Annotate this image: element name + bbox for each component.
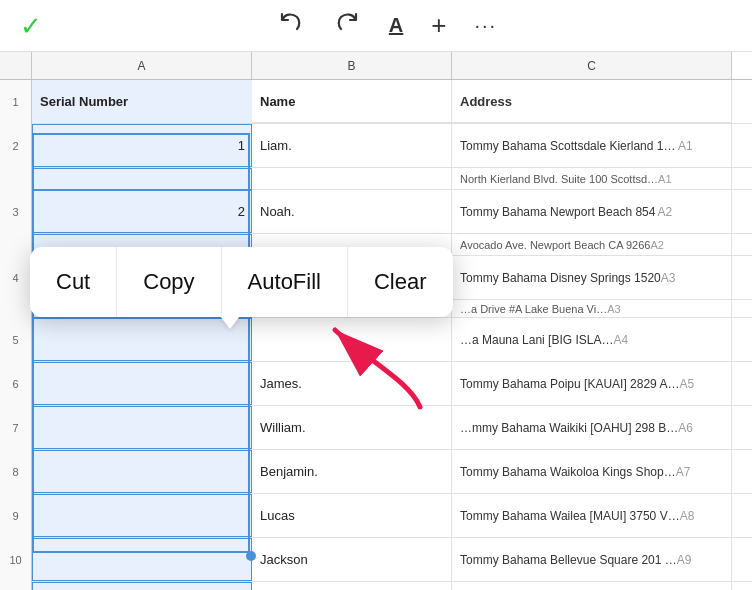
table-row: 9 Lucas Tommy Bahama Wailea [MAUI] 3750 … xyxy=(0,494,752,538)
row-num-5: 5 xyxy=(0,318,32,362)
undo-button[interactable] xyxy=(277,9,305,43)
cell-c2b: North Kierland Blvd. Suite 100 Scottsd… … xyxy=(452,168,732,190)
cell-a3[interactable]: 2 xyxy=(32,190,252,233)
table-row: 7 William. …mmy Bahama Waikiki [OAHU] 29… xyxy=(0,406,752,450)
col-header-a: A xyxy=(32,52,252,79)
row-num-3: 3 xyxy=(0,190,32,234)
cell-c4b: …a Drive #A Lake Buena Vi… A3 xyxy=(452,300,732,318)
cell-b11[interactable]: Mateo xyxy=(252,582,452,590)
cell-a9[interactable] xyxy=(32,494,252,537)
cell-b2b xyxy=(252,168,452,190)
cell-c1[interactable]: Address xyxy=(452,80,732,123)
confirm-icon[interactable]: ✓ xyxy=(20,13,42,39)
row-num-10: 10 xyxy=(0,538,32,582)
cell-a7[interactable] xyxy=(32,406,252,449)
cell-c9[interactable]: Tommy Bahama Wailea [MAUI] 3750 V… A8 xyxy=(452,494,732,537)
cell-c5[interactable]: …a Mauna Lani [BIG ISLA… A4 xyxy=(452,318,732,361)
row-num-11: 11 xyxy=(0,582,32,590)
cell-b7[interactable]: William. xyxy=(252,406,452,449)
selection-handle[interactable] xyxy=(246,551,256,561)
cell-c2[interactable]: Tommy Bahama Scottsdale Kierland 1… A1 xyxy=(452,124,732,167)
cell-a10[interactable] xyxy=(32,538,252,581)
cell-c8[interactable]: Tommy Bahama Waikoloa Kings Shop… A7 xyxy=(452,450,732,493)
col-header-c: C xyxy=(452,52,732,79)
col-header-b: B xyxy=(252,52,452,79)
cell-c6[interactable]: Tommy Bahama Poipu [KAUAI] 2829 A… A5 xyxy=(452,362,732,405)
cell-a1[interactable]: Serial Number xyxy=(32,80,252,123)
cell-a11[interactable] xyxy=(32,582,252,590)
cut-button[interactable]: Cut xyxy=(30,247,117,317)
autofill-button[interactable]: AutoFill xyxy=(222,247,348,317)
row-num-sub4 xyxy=(0,300,32,318)
toolbar-center: A + ··· xyxy=(277,9,497,43)
cell-b3[interactable]: Noah. xyxy=(252,190,452,233)
cell-b6[interactable]: James. xyxy=(252,362,452,405)
cell-b9[interactable]: Lucas xyxy=(252,494,452,537)
add-button[interactable]: + xyxy=(431,10,446,41)
table-row-sub2: North Kierland Blvd. Suite 100 Scottsd… … xyxy=(0,168,752,190)
row-num-sub3 xyxy=(0,234,32,256)
grid: A B C 1 Serial Number Name Address 2 1 L… xyxy=(0,52,752,590)
table-row: 5 …a Mauna Lani [BIG ISLA… A4 xyxy=(0,318,752,362)
cell-a2b xyxy=(32,168,252,190)
cell-b5[interactable] xyxy=(252,318,452,361)
cell-a6[interactable] xyxy=(32,362,252,405)
cell-c10[interactable]: Tommy Bahama Bellevue Square 201 … A9 xyxy=(452,538,732,581)
spreadsheet: A B C 1 Serial Number Name Address 2 1 L… xyxy=(0,52,752,590)
cell-c4[interactable]: Tommy Bahama Disney Springs 1520 A3 xyxy=(452,256,732,299)
context-menu: Cut Copy AutoFill Clear xyxy=(30,247,453,317)
table-row: 2 1 Liam. Tommy Bahama Scottsdale Kierla… xyxy=(0,124,752,168)
row-num-7: 7 xyxy=(0,406,32,450)
cell-c11[interactable]: Tommy Bahama Lalaport Yokohama 2… A10 xyxy=(452,582,732,590)
toolbar: ✓ A + ··· xyxy=(0,0,752,52)
corner-cell xyxy=(0,52,32,79)
table-row: 3 2 Noah. Tommy Bahama Newport Beach 854… xyxy=(0,190,752,234)
toolbar-left: ✓ xyxy=(20,13,42,39)
cell-a8[interactable] xyxy=(32,450,252,493)
row-num-4: 4 xyxy=(0,256,32,300)
clear-button[interactable]: Clear xyxy=(348,247,453,317)
row-num-1: 1 xyxy=(0,80,32,124)
redo-button[interactable] xyxy=(333,9,361,43)
row-num-6: 6 xyxy=(0,362,32,406)
cell-c3b: Avocado Ave. Newport Beach CA 9266 A2 xyxy=(452,234,732,256)
table-row: 10 Jackson Tommy Bahama Bellevue Square … xyxy=(0,538,752,582)
cell-b10[interactable]: Jackson xyxy=(252,538,452,581)
cell-b2[interactable]: Liam. xyxy=(252,124,452,167)
font-style-button[interactable]: A xyxy=(389,14,403,37)
cell-a2[interactable]: 1 xyxy=(32,124,252,167)
table-row: 11 Mateo Tommy Bahama Lalaport Yokohama … xyxy=(0,582,752,590)
copy-button[interactable]: Copy xyxy=(117,247,221,317)
table-row: 6 James. Tommy Bahama Poipu [KAUAI] 2829… xyxy=(0,362,752,406)
more-button[interactable]: ··· xyxy=(474,14,497,37)
cell-c7[interactable]: …mmy Bahama Waikiki [OAHU] 298 B… A6 xyxy=(452,406,732,449)
row-num-8: 8 xyxy=(0,450,32,494)
cell-c3[interactable]: Tommy Bahama Newport Beach 854 A2 xyxy=(452,190,732,233)
header-row: 1 Serial Number Name Address xyxy=(0,80,752,124)
cell-b8[interactable]: Benjamin. xyxy=(252,450,452,493)
row-num-sub2 xyxy=(0,168,32,190)
column-header-row: A B C xyxy=(0,52,752,80)
row-num-2: 2 xyxy=(0,124,32,168)
cell-b1[interactable]: Name xyxy=(252,80,452,123)
row-num-9: 9 xyxy=(0,494,32,538)
table-row: 8 Benjamin. Tommy Bahama Waikoloa Kings … xyxy=(0,450,752,494)
cell-a5[interactable] xyxy=(32,318,252,361)
